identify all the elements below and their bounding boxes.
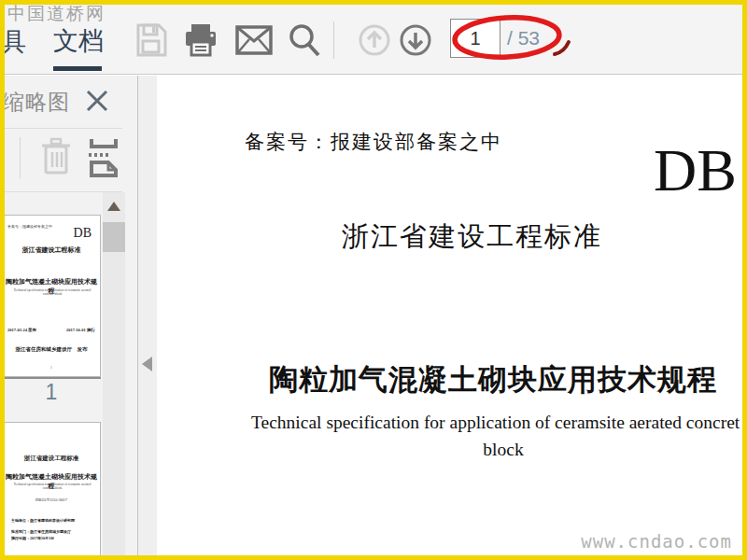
thumb2-chief-editor: 主编单位：浙江省建筑科学设计研究院	[11, 518, 75, 523]
thumbnail-page-1[interactable]: 备案号：报建设部备案之中 DB 浙江省建设工程标准 陶粒加气混凝土砌块应用技术规…	[2, 215, 101, 377]
doc-title-en-line2: block	[250, 440, 747, 460]
page-number-input[interactable]	[450, 19, 500, 58]
email-icon[interactable]	[235, 25, 273, 55]
thumb2-effective-date: 施行日期：2017年10月1日	[11, 536, 54, 540]
page-down-icon[interactable]	[400, 24, 431, 56]
doc-code: DB	[654, 141, 737, 201]
thumb2-standard: 浙江省建设工程标准	[3, 455, 100, 463]
thumbnail-panel: 缩略图 备案号：报建设部备案之中 DB 浙江省建设工程标准 陶粒加气混凝土砌块应…	[0, 76, 138, 560]
thumb1-publisher: 浙江省住房和城乡建设厅 发布	[3, 346, 100, 353]
watermark-top-left: 中国道桥网	[7, 2, 106, 26]
thumb2-title-en: Technical specification for application …	[10, 483, 94, 490]
scrollbar-thumb[interactable]	[103, 222, 125, 252]
tab-tools-partial[interactable]: 具	[1, 25, 26, 59]
tab-document[interactable]: 文档	[53, 24, 104, 58]
thumb1-date-issue: 2017-03-24 发布	[7, 328, 36, 332]
toolbar-separator	[333, 21, 334, 59]
scroll-up-icon[interactable]	[107, 202, 120, 211]
thumb1-date-effective: 2017-10-01 施行	[66, 328, 95, 332]
thumbnail-page-2[interactable]: 浙江省建设工程标准 陶粒加气混凝土砌块应用技术规程 Technical spec…	[2, 422, 101, 560]
panel-icon-divider	[20, 137, 21, 178]
document-page: 备案号：报建设部备案之中 DB 浙江省建设工程标准 陶粒加气混凝土砌块应用技术规…	[157, 76, 747, 560]
page-total-label: / 53	[507, 27, 540, 49]
extract-page-icon[interactable]	[86, 137, 123, 178]
search-icon[interactable]	[286, 21, 323, 59]
thumbnail-scrollbar[interactable]	[103, 192, 125, 560]
panel-title: 缩略图	[3, 88, 70, 117]
thumb2-code-number: DB33/T1155-2017	[3, 497, 100, 502]
doc-title-en-line1: Technical specification for application …	[251, 413, 740, 433]
save-icon[interactable]	[134, 22, 168, 58]
trash-icon[interactable]	[39, 137, 73, 176]
doc-record-note: 备案号：报建设部备案之中	[245, 129, 502, 155]
thumb1-code: DB	[74, 226, 92, 241]
collapse-panel-icon[interactable]	[142, 357, 152, 371]
thumbnail-1-label: 1	[2, 380, 101, 405]
panel-gutter	[138, 76, 157, 560]
thumb1-standard: 浙江省建设工程标准	[3, 245, 100, 255]
print-icon[interactable]	[183, 22, 218, 58]
watermark-bottom-right: www.cndao.com	[581, 531, 732, 552]
active-tab-underline	[53, 66, 102, 71]
doc-title-cn: 陶粒加气混凝土砌块应用技术规程	[269, 360, 717, 399]
thumb1-title-en: Technical specification for application …	[10, 288, 94, 296]
thumb1-record-note: 备案号：报建设部备案之中	[7, 224, 52, 229]
close-icon[interactable]	[84, 88, 110, 114]
toolbar: 具 文档 / 53	[0, 0, 747, 75]
panel-separator	[0, 128, 122, 129]
doc-standard-label: 浙江省建设工程标准	[342, 218, 602, 256]
thumb1-page-mark: 1	[3, 365, 100, 370]
page-up-icon[interactable]	[359, 24, 390, 56]
thumb2-approver: 批准部门：浙江省住房和城乡建设厅	[11, 529, 71, 534]
